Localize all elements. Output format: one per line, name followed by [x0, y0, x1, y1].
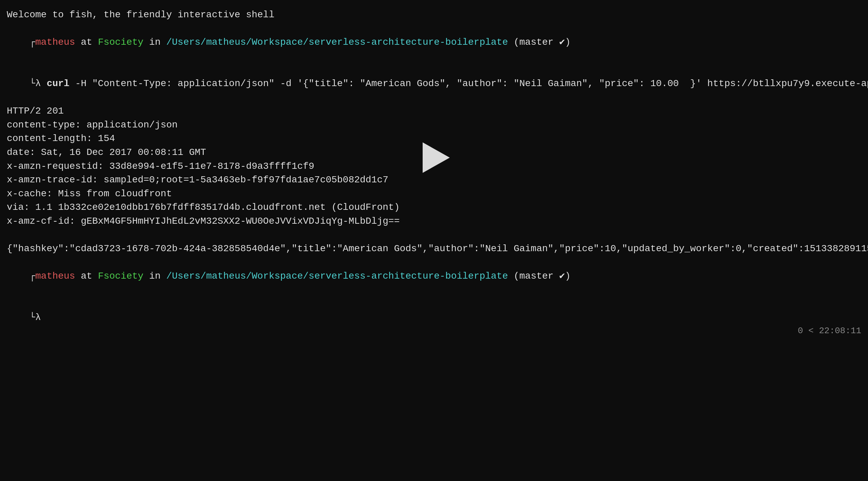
prompt2-in: in — [143, 271, 166, 281]
play-triangle-icon — [423, 142, 450, 173]
prompt2-user: matheus — [35, 271, 75, 281]
welcome-line: Welcome to fish, the friendly interactiv… — [7, 8, 861, 22]
cmd-args: -H "Content-Type: application/json" -d '… — [69, 78, 868, 89]
prompt-in-1: in — [143, 37, 166, 47]
prompt2-corner: └ — [29, 312, 35, 323]
prompt-user-1: matheus — [35, 37, 75, 47]
prompt2-host: Fsociety — [98, 271, 143, 281]
response-line-1: content-type: application/json — [7, 118, 861, 132]
command-line: └λ curl -H "Content-Type: application/js… — [7, 63, 861, 104]
response-line-6: x-cache: Miss from cloudfront — [7, 187, 861, 201]
prompt2-at: at — [75, 271, 98, 281]
terminal: Welcome to fish, the friendly interactiv… — [0, 0, 868, 481]
status-right: 0 < 22:08:11 — [798, 325, 861, 338]
prompt-corner: └ — [29, 78, 35, 89]
prompt-line-1: ┌matheus at Fsociety in /Users/matheus/W… — [7, 22, 861, 63]
prompt-at-1: at — [75, 37, 98, 47]
play-button[interactable] — [416, 139, 453, 176]
prompt-path-1: /Users/matheus/Workspace/serverless-arch… — [166, 37, 508, 47]
cmd-curl: curl — [47, 78, 69, 89]
prompt2-lambda: λ — [35, 312, 41, 323]
prompt-line-2: ┌matheus at Fsociety in /Users/matheus/W… — [7, 256, 861, 297]
response-line-0: HTTP/2 201 — [7, 104, 861, 118]
prompt-line-2-lambda: └λ 0 < 22:08:11 — [7, 297, 861, 352]
prompt-branch-1: (master ✔) — [508, 37, 571, 47]
prompt2-bracket-open: ┌ — [29, 271, 35, 281]
response-line-8: x-amz-cf-id: gEBxM4GF5HmHYIJhEdL2vM32SXX… — [7, 215, 861, 228]
prompt-bracket-open: ┌ — [29, 37, 35, 47]
prompt2-path: /Users/matheus/Workspace/serverless-arch… — [166, 271, 508, 281]
prompt2-branch: (master ✔) — [508, 271, 571, 281]
prompt-lambda: λ — [35, 78, 47, 89]
empty-line — [7, 228, 861, 242]
response-line-7: via: 1.1 1b332ce02e10dbb176b7fdff83517d4… — [7, 201, 861, 215]
prompt-host-1: Fsociety — [98, 37, 143, 47]
json-response: {"hashkey":"cdad3723-1678-702b-424a-3828… — [7, 242, 861, 256]
